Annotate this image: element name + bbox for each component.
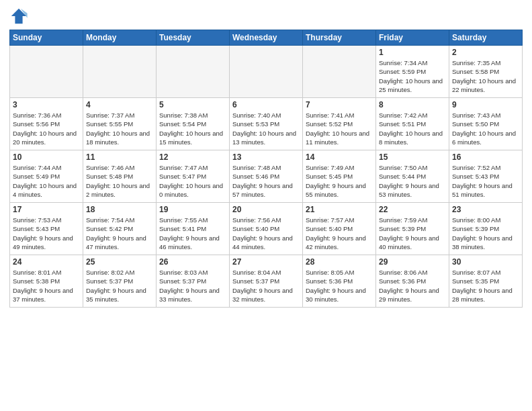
day-cell: 17Sunrise: 7:53 AM Sunset: 5:43 PM Dayli… (10, 203, 83, 255)
day-number: 3 (13, 100, 80, 109)
day-info: Sunrise: 7:47 AM Sunset: 5:47 PM Dayligh… (159, 163, 226, 199)
day-info: Sunrise: 7:49 AM Sunset: 5:45 PM Dayligh… (306, 163, 373, 199)
weekday-header-row: SundayMondayTuesdayWednesdayThursdayFrid… (10, 30, 523, 46)
day-info: Sunrise: 8:04 AM Sunset: 5:37 PM Dayligh… (232, 268, 300, 304)
day-cell: 5Sunrise: 7:38 AM Sunset: 5:54 PM Daylig… (157, 98, 230, 150)
day-info: Sunrise: 7:34 AM Sunset: 5:59 PM Dayligh… (379, 58, 446, 94)
weekday-friday: Friday (376, 30, 449, 46)
day-info: Sunrise: 8:03 AM Sunset: 5:37 PM Dayligh… (159, 268, 226, 304)
day-cell: 19Sunrise: 7:55 AM Sunset: 5:41 PM Dayli… (157, 203, 230, 255)
logo-icon (9, 7, 28, 26)
day-info: Sunrise: 7:59 AM Sunset: 5:39 PM Dayligh… (379, 216, 446, 251)
day-info: Sunrise: 7:36 AM Sunset: 5:56 PM Dayligh… (13, 111, 80, 146)
day-number: 4 (86, 100, 153, 109)
calendar-header: SundayMondayTuesdayWednesdayThursdayFrid… (10, 30, 523, 46)
week-row-3: 10Sunrise: 7:44 AM Sunset: 5:49 PM Dayli… (10, 150, 523, 203)
week-row-2: 3Sunrise: 7:36 AM Sunset: 5:56 PM Daylig… (10, 98, 523, 150)
weekday-wednesday: Wednesday (230, 30, 303, 46)
day-cell (230, 46, 303, 98)
day-info: Sunrise: 8:06 AM Sunset: 5:36 PM Dayligh… (379, 268, 446, 304)
day-cell: 4Sunrise: 7:37 AM Sunset: 5:55 PM Daylig… (83, 98, 157, 150)
day-info: Sunrise: 7:38 AM Sunset: 5:54 PM Dayligh… (159, 111, 226, 146)
day-cell (10, 46, 83, 98)
day-number: 2 (452, 48, 519, 57)
day-info: Sunrise: 7:53 AM Sunset: 5:43 PM Dayligh… (13, 216, 80, 251)
header (9, 7, 523, 26)
day-number: 5 (159, 100, 226, 109)
day-cell: 20Sunrise: 7:56 AM Sunset: 5:40 PM Dayli… (230, 203, 303, 255)
day-number: 7 (306, 100, 373, 109)
week-row-5: 24Sunrise: 8:01 AM Sunset: 5:38 PM Dayli… (10, 255, 523, 308)
week-row-1: 1Sunrise: 7:34 AM Sunset: 5:59 PM Daylig… (10, 46, 523, 98)
day-cell: 8Sunrise: 7:42 AM Sunset: 5:51 PM Daylig… (376, 98, 449, 150)
day-cell: 27Sunrise: 8:04 AM Sunset: 5:37 PM Dayli… (230, 255, 303, 308)
day-number: 24 (13, 257, 80, 267)
day-cell: 6Sunrise: 7:40 AM Sunset: 5:53 PM Daylig… (230, 98, 303, 150)
day-number: 23 (452, 205, 519, 214)
week-row-4: 17Sunrise: 7:53 AM Sunset: 5:43 PM Dayli… (10, 203, 523, 255)
day-info: Sunrise: 8:01 AM Sunset: 5:38 PM Dayligh… (13, 268, 80, 304)
day-info: Sunrise: 7:57 AM Sunset: 5:40 PM Dayligh… (306, 216, 373, 251)
day-info: Sunrise: 7:37 AM Sunset: 5:55 PM Dayligh… (86, 111, 153, 146)
day-cell: 15Sunrise: 7:50 AM Sunset: 5:44 PM Dayli… (376, 150, 449, 203)
day-cell: 14Sunrise: 7:49 AM Sunset: 5:45 PM Dayli… (303, 150, 376, 203)
day-info: Sunrise: 7:43 AM Sunset: 5:50 PM Dayligh… (452, 111, 519, 146)
page: SundayMondayTuesdayWednesdayThursdayFrid… (0, 0, 532, 411)
day-number: 9 (452, 100, 519, 109)
day-number: 1 (379, 48, 446, 57)
day-cell: 12Sunrise: 7:47 AM Sunset: 5:47 PM Dayli… (157, 150, 230, 203)
day-cell: 30Sunrise: 8:07 AM Sunset: 5:35 PM Dayli… (449, 255, 523, 308)
day-cell: 16Sunrise: 7:52 AM Sunset: 5:43 PM Dayli… (449, 150, 523, 203)
weekday-monday: Monday (83, 30, 157, 46)
day-number: 12 (159, 152, 226, 162)
day-info: Sunrise: 7:55 AM Sunset: 5:41 PM Dayligh… (159, 216, 226, 251)
day-cell: 3Sunrise: 7:36 AM Sunset: 5:56 PM Daylig… (10, 98, 83, 150)
day-info: Sunrise: 7:50 AM Sunset: 5:44 PM Dayligh… (379, 163, 446, 199)
day-cell: 24Sunrise: 8:01 AM Sunset: 5:38 PM Dayli… (10, 255, 83, 308)
day-number: 15 (379, 152, 446, 162)
day-number: 13 (232, 152, 300, 162)
day-number: 26 (159, 257, 226, 267)
calendar: SundayMondayTuesdayWednesdayThursdayFrid… (9, 30, 523, 308)
day-info: Sunrise: 7:35 AM Sunset: 5:58 PM Dayligh… (452, 58, 519, 94)
day-info: Sunrise: 7:41 AM Sunset: 5:52 PM Dayligh… (306, 111, 373, 146)
day-cell: 13Sunrise: 7:48 AM Sunset: 5:46 PM Dayli… (230, 150, 303, 203)
day-info: Sunrise: 7:40 AM Sunset: 5:53 PM Dayligh… (232, 111, 300, 146)
day-info: Sunrise: 8:02 AM Sunset: 5:37 PM Dayligh… (86, 268, 153, 304)
weekday-thursday: Thursday (303, 30, 376, 46)
day-cell (157, 46, 230, 98)
weekday-tuesday: Tuesday (157, 30, 230, 46)
day-cell: 26Sunrise: 8:03 AM Sunset: 5:37 PM Dayli… (157, 255, 230, 308)
day-cell: 9Sunrise: 7:43 AM Sunset: 5:50 PM Daylig… (449, 98, 523, 150)
day-number: 25 (86, 257, 153, 267)
day-cell: 1Sunrise: 7:34 AM Sunset: 5:59 PM Daylig… (376, 46, 449, 98)
day-info: Sunrise: 7:46 AM Sunset: 5:48 PM Dayligh… (86, 163, 153, 199)
day-number: 28 (306, 257, 373, 267)
day-cell: 29Sunrise: 8:06 AM Sunset: 5:36 PM Dayli… (376, 255, 449, 308)
day-number: 8 (379, 100, 446, 109)
day-info: Sunrise: 8:05 AM Sunset: 5:36 PM Dayligh… (306, 268, 373, 304)
day-number: 19 (159, 205, 226, 214)
day-number: 30 (452, 257, 519, 267)
day-number: 20 (232, 205, 300, 214)
day-cell: 22Sunrise: 7:59 AM Sunset: 5:39 PM Dayli… (376, 203, 449, 255)
day-cell: 25Sunrise: 8:02 AM Sunset: 5:37 PM Dayli… (83, 255, 157, 308)
day-cell: 2Sunrise: 7:35 AM Sunset: 5:58 PM Daylig… (449, 46, 523, 98)
day-number: 22 (379, 205, 446, 214)
day-info: Sunrise: 7:44 AM Sunset: 5:49 PM Dayligh… (13, 163, 80, 199)
day-cell: 21Sunrise: 7:57 AM Sunset: 5:40 PM Dayli… (303, 203, 376, 255)
day-number: 10 (13, 152, 80, 162)
weekday-sunday: Sunday (10, 30, 83, 46)
day-info: Sunrise: 7:52 AM Sunset: 5:43 PM Dayligh… (452, 163, 519, 199)
day-cell: 11Sunrise: 7:46 AM Sunset: 5:48 PM Dayli… (83, 150, 157, 203)
day-info: Sunrise: 7:42 AM Sunset: 5:51 PM Dayligh… (379, 111, 446, 146)
day-info: Sunrise: 8:00 AM Sunset: 5:39 PM Dayligh… (452, 216, 519, 251)
day-info: Sunrise: 7:56 AM Sunset: 5:40 PM Dayligh… (232, 216, 300, 251)
weekday-saturday: Saturday (449, 30, 523, 46)
svg-marker-0 (11, 9, 26, 24)
day-cell (83, 46, 157, 98)
day-cell: 28Sunrise: 8:05 AM Sunset: 5:36 PM Dayli… (303, 255, 376, 308)
calendar-body: 1Sunrise: 7:34 AM Sunset: 5:59 PM Daylig… (10, 46, 523, 308)
day-info: Sunrise: 8:07 AM Sunset: 5:35 PM Dayligh… (452, 268, 519, 304)
day-cell (303, 46, 376, 98)
